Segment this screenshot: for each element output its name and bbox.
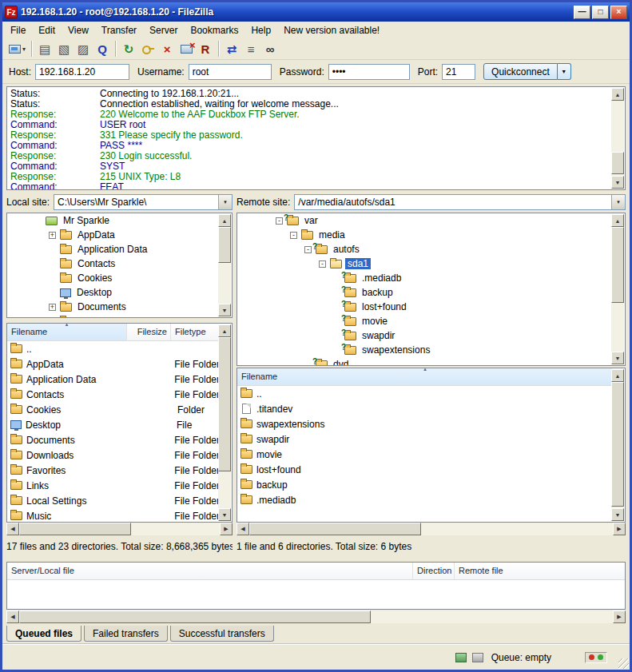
menu-file[interactable]: File: [4, 22, 32, 38]
queue-column-header-server-local-file[interactable]: Server/Local file: [7, 563, 413, 579]
tree-item-appdata[interactable]: +AppData: [22, 228, 220, 242]
tree-item-autofs[interactable]: -?autofs: [280, 242, 613, 256]
tab-successful-transfers[interactable]: Successful transfers: [170, 626, 274, 642]
scroll-left-icon[interactable]: ◀: [6, 523, 19, 535]
local-list-horizontal-scrollbar[interactable]: ◀ ▶: [6, 523, 233, 535]
tree-item-desktop[interactable]: Desktop: [22, 285, 220, 300]
disconnect-button[interactable]: [177, 40, 196, 58]
maximize-button[interactable]: □: [592, 6, 609, 19]
scroll-down-icon[interactable]: ▼: [218, 304, 231, 316]
scroll-thumb[interactable]: [611, 227, 624, 303]
scroll-up-icon[interactable]: ▲: [611, 214, 624, 227]
tree-expander-icon[interactable]: +: [49, 318, 56, 319]
password-input[interactable]: [328, 64, 410, 80]
tree-item-contacts[interactable]: Contacts: [22, 256, 220, 271]
remote-tree-vertical-scrollbar[interactable]: ▲ ▼: [611, 214, 624, 364]
tree-item-application-data[interactable]: Application Data: [22, 242, 220, 256]
refresh-button[interactable]: ↻: [119, 40, 138, 58]
scroll-up-icon[interactable]: ▲: [218, 214, 231, 227]
file-row-cookies[interactable]: CookiesFolder: [7, 402, 220, 417]
file-row-movie[interactable]: movie: [237, 447, 613, 462]
toggle-remote-tree-button[interactable]: ▨: [74, 40, 93, 58]
scroll-thumb[interactable]: [19, 523, 131, 535]
tree-item-swapextensions[interactable]: ?swapextensions: [309, 343, 613, 357]
combo-dropdown-icon[interactable]: ▼: [611, 195, 625, 209]
resize-grip[interactable]: [618, 658, 629, 669]
host-input[interactable]: [35, 64, 129, 80]
column-header-filename[interactable]: Filename▲: [237, 368, 613, 385]
tree-item-var[interactable]: -?var: [252, 213, 613, 228]
file-row-contacts[interactable]: ContactsFile Folder: [7, 387, 220, 402]
local-list-vertical-scrollbar[interactable]: ▲ ▼: [218, 324, 231, 521]
toggle-queue-button[interactable]: Q: [93, 40, 112, 58]
remote-site-combo[interactable]: /var/media/autofs/sda1 ▼: [294, 194, 626, 210]
tree-item-swapdir[interactable]: ?swapdir: [309, 328, 613, 343]
tree-item-mr-sparkle[interactable]: Mr Sparkle: [7, 213, 220, 228]
tree-item-backup[interactable]: ?backup: [309, 285, 613, 300]
menu-server[interactable]: Server: [143, 22, 184, 38]
scroll-right-icon[interactable]: ▶: [613, 523, 626, 535]
log-vertical-scrollbar[interactable]: ▲ ▼: [611, 88, 624, 189]
tree-expander-icon[interactable]: +: [49, 232, 56, 239]
scroll-down-icon[interactable]: ▼: [611, 352, 624, 364]
tree-item-cookies[interactable]: Cookies: [22, 271, 220, 285]
tree-expander-icon[interactable]: -: [304, 246, 312, 253]
quickconnect-dropdown-button[interactable]: ▼: [558, 63, 571, 80]
queue-horizontal-scrollbar[interactable]: ◀ ▶: [6, 610, 626, 623]
scroll-thumb[interactable]: [249, 523, 421, 535]
scroll-left-icon[interactable]: ◀: [237, 523, 249, 535]
tree-item-lost-found[interactable]: ?lost+found: [309, 300, 613, 314]
column-header-filename[interactable]: Filename▲: [7, 324, 127, 340]
scroll-thumb[interactable]: [218, 337, 231, 471]
scroll-left-icon[interactable]: ◀: [6, 610, 19, 623]
local-site-combo[interactable]: C:\Users\Mr Sparkle\ ▼: [54, 194, 233, 210]
file-row-local-settings[interactable]: Local SettingsFile Folder: [7, 493, 220, 508]
file-row-backup[interactable]: backup: [237, 477, 613, 492]
file-row-swapdir[interactable]: swapdir: [237, 431, 613, 447]
file-row-documents[interactable]: DocumentsFile Folder: [7, 432, 220, 447]
cancel-button[interactable]: ×: [157, 40, 177, 58]
scroll-right-icon[interactable]: ▶: [613, 610, 626, 623]
tab-queued-files[interactable]: Queued files: [6, 626, 81, 642]
scroll-down-icon[interactable]: ▼: [611, 176, 624, 189]
find-files-button[interactable]: ∞: [260, 40, 280, 58]
tree-item-sda1[interactable]: -sda1: [295, 256, 613, 271]
tree-expander-icon[interactable]: -: [276, 217, 283, 225]
scroll-down-icon[interactable]: ▼: [611, 508, 624, 521]
tree-item-movie[interactable]: ?movie: [309, 314, 613, 328]
filter-button[interactable]: [138, 40, 157, 58]
close-button[interactable]: ×: [610, 6, 627, 19]
menu-help[interactable]: Help: [244, 22, 277, 38]
scroll-thumb[interactable]: [19, 610, 371, 623]
scroll-thumb[interactable]: [611, 382, 624, 507]
file-row-mediadb[interactable]: .mediadb: [237, 492, 613, 507]
directory-comparison-button[interactable]: ≡: [241, 40, 260, 58]
tree-item-documents[interactable]: +Documents: [22, 300, 220, 314]
synchronized-browsing-button[interactable]: ⇄: [222, 40, 241, 58]
file-row-desktop[interactable]: DesktopFile: [7, 417, 220, 432]
local-tree-vertical-scrollbar[interactable]: ▲ ▼: [218, 214, 231, 316]
scroll-up-icon[interactable]: ▲: [611, 88, 624, 101]
tree-expander-icon[interactable]: -: [290, 232, 297, 239]
minimize-button[interactable]: —: [574, 6, 590, 19]
file-row-application-data[interactable]: Application DataFile Folder: [7, 372, 220, 387]
remote-list-vertical-scrollbar[interactable]: ▲ ▼: [611, 369, 624, 521]
file-row-appdata[interactable]: AppDataFile Folder: [7, 356, 220, 372]
file-row-titandev[interactable]: .titandev: [237, 401, 613, 416]
file-row-item[interactable]: ..: [237, 386, 613, 401]
menu-edit[interactable]: Edit: [32, 22, 62, 38]
menu-transfer[interactable]: Transfer: [95, 22, 143, 38]
menu-new-version-available[interactable]: New version available!: [277, 22, 386, 38]
file-row-downloads[interactable]: DownloadsFile Folder: [7, 447, 220, 463]
menu-bookmarks[interactable]: Bookmarks: [184, 22, 244, 38]
scroll-right-icon[interactable]: ▶: [220, 523, 233, 535]
menu-view[interactable]: View: [62, 22, 95, 38]
remote-list-horizontal-scrollbar[interactable]: ◀ ▶: [237, 523, 626, 535]
scroll-up-icon[interactable]: ▲: [218, 324, 231, 337]
port-input[interactable]: [442, 64, 475, 80]
file-row-links[interactable]: LinksFile Folder: [7, 478, 220, 493]
site-manager-button[interactable]: ▾: [6, 40, 28, 58]
toggle-message-log-button[interactable]: ▤: [35, 40, 54, 58]
quickconnect-button[interactable]: Quickconnect: [483, 63, 558, 80]
file-row-lost-found[interactable]: lost+found: [237, 462, 613, 477]
